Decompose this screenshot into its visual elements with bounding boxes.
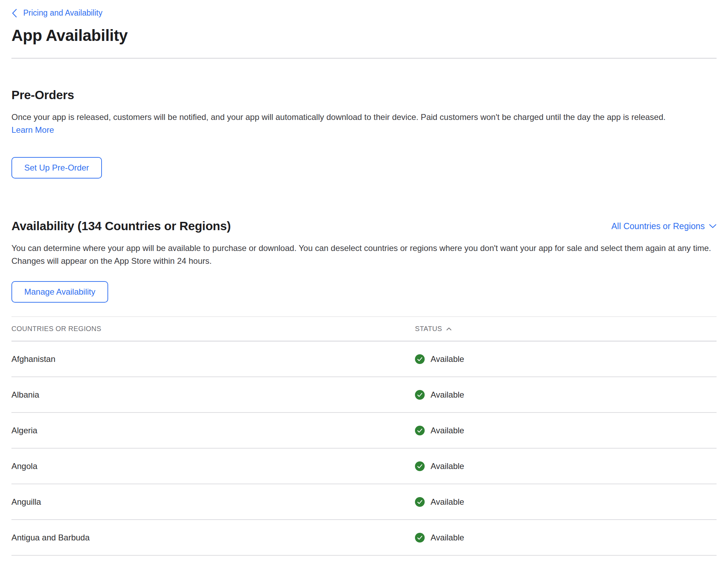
pre-orders-heading: Pre-Orders — [11, 88, 717, 102]
status-cell: Available — [415, 354, 717, 364]
table-row: Anguilla Available — [11, 484, 717, 520]
country-name: Angola — [11, 461, 415, 471]
page-title: App Availability — [11, 26, 717, 45]
status-cell: Available — [415, 426, 717, 435]
title-divider — [11, 58, 717, 59]
status-label: Available — [431, 354, 464, 364]
app-availability-page: Pricing and Availability App Availabilit… — [0, 0, 728, 564]
status-label: Available — [431, 390, 464, 400]
set-up-pre-order-button[interactable]: Set Up Pre-Order — [11, 157, 102, 179]
table-row: Albania Available — [11, 377, 717, 413]
country-name: Antigua and Barbuda — [11, 533, 415, 543]
column-header-countries-or-regions[interactable]: COUNTRIES OR REGIONS — [11, 325, 415, 333]
countries-table: COUNTRIES OR REGIONS STATUS Afghanistan — [11, 316, 717, 556]
pre-orders-description-text: Once your app is released, customers wil… — [11, 112, 666, 122]
chevron-left-icon — [11, 9, 17, 18]
check-circle-icon — [415, 533, 425, 543]
availability-heading: Availability (134 Countries or Regions) — [11, 219, 231, 233]
availability-section: Availability (134 Countries or Regions) … — [11, 219, 717, 303]
availability-description: You can determine where your app will be… — [11, 242, 717, 267]
countries-filter-dropdown-label: All Countries or Regions — [611, 221, 705, 231]
table-row: Afghanistan Available — [11, 341, 717, 377]
learn-more-link[interactable]: Learn More — [11, 125, 54, 135]
pre-orders-description: Once your app is released, customers wil… — [11, 111, 686, 136]
status-label: Available — [431, 533, 464, 543]
manage-availability-button[interactable]: Manage Availability — [11, 281, 108, 303]
table-header-row: COUNTRIES OR REGIONS STATUS — [11, 316, 717, 341]
status-label: Available — [431, 497, 464, 507]
check-circle-icon — [415, 354, 425, 364]
status-label: Available — [431, 426, 464, 435]
countries-column-label: COUNTRIES OR REGIONS — [11, 325, 101, 333]
countries-filter-dropdown[interactable]: All Countries or Regions — [611, 221, 717, 231]
country-name: Albania — [11, 390, 415, 400]
table-row: Algeria Available — [11, 413, 717, 449]
country-name: Afghanistan — [11, 354, 415, 364]
status-cell: Available — [415, 390, 717, 400]
table-row: Angola Available — [11, 449, 717, 484]
status-cell: Available — [415, 497, 717, 507]
country-name: Algeria — [11, 426, 415, 435]
check-circle-icon — [415, 461, 425, 471]
status-cell: Available — [415, 533, 717, 543]
status-cell: Available — [415, 461, 717, 471]
check-circle-icon — [415, 390, 425, 400]
country-name: Anguilla — [11, 497, 415, 507]
chevron-down-icon — [709, 224, 717, 228]
check-circle-icon — [415, 426, 425, 435]
breadcrumb-pricing-and-availability[interactable]: Pricing and Availability — [11, 0, 102, 18]
table-row: Antigua and Barbuda Available — [11, 520, 717, 556]
status-label: Available — [431, 461, 464, 471]
check-circle-icon — [415, 497, 425, 507]
sort-ascending-icon — [446, 327, 452, 331]
column-header-status[interactable]: STATUS — [415, 325, 717, 333]
breadcrumb-label: Pricing and Availability — [23, 8, 102, 18]
status-column-label: STATUS — [415, 325, 442, 333]
pre-orders-section: Pre-Orders Once your app is released, cu… — [11, 88, 717, 179]
availability-header-row: Availability (134 Countries or Regions) … — [11, 219, 717, 233]
